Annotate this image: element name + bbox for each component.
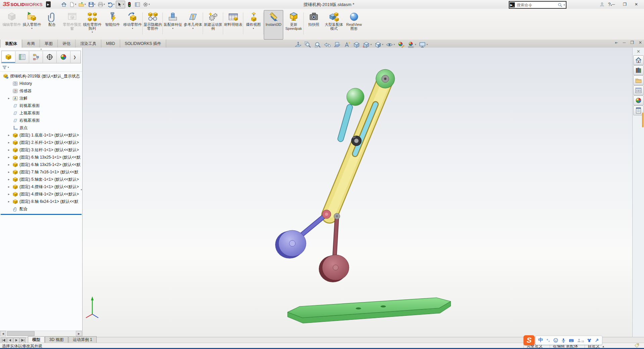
section-view-button[interactable] bbox=[334, 41, 341, 48]
tab-布局[interactable]: 布局 bbox=[22, 40, 40, 48]
minimize-button[interactable]: ─ bbox=[611, 2, 616, 7]
dropdown-arrow-icon[interactable]: ▾ bbox=[394, 43, 395, 46]
ime-microphone-icon[interactable] bbox=[561, 338, 566, 343]
panel-tab-dimxpertmanager[interactable] bbox=[43, 51, 57, 63]
speedpak-button[interactable]: 更新Speedpak bbox=[284, 10, 303, 40]
dropdown-arrow-icon[interactable]: ▾ bbox=[253, 27, 254, 30]
expand-arrow-icon[interactable]: ▸ bbox=[8, 170, 13, 174]
expand-arrow-icon[interactable]: ▸ bbox=[8, 192, 13, 196]
reference-geometry-button[interactable]: 参考几何体▾ bbox=[183, 10, 203, 40]
dropdown-arrow-icon[interactable]: ▾ bbox=[370, 43, 372, 46]
dropdown-arrow-icon[interactable]: ▾ bbox=[123, 3, 124, 6]
close-button[interactable]: ✕ bbox=[633, 2, 639, 7]
view-palette-button[interactable] bbox=[633, 85, 644, 95]
expand-arrow-icon[interactable]: ▸ bbox=[8, 133, 13, 137]
ime-settings-icon[interactable] bbox=[595, 338, 599, 343]
tree-item[interactable]: 右视基准面 bbox=[0, 117, 82, 124]
logo-flyout-button[interactable]: ▶ bbox=[46, 1, 51, 7]
panel-tab-featuremanager-tree[interactable] bbox=[2, 51, 15, 63]
tree-item[interactable]: ▸(固定) 4.摆锤-1<2> (默认<<默认> bbox=[0, 190, 82, 198]
expand-arrow-icon[interactable]: ▸ bbox=[8, 156, 13, 159]
panel-tab-configurationmanager[interactable] bbox=[29, 51, 43, 63]
doc-tab-3D 视图[interactable]: 3D 视图 bbox=[45, 336, 68, 343]
tab-SOLIDWORKS 插件[interactable]: SOLIDWORKS 插件 bbox=[120, 40, 166, 48]
dropdown-arrow-icon[interactable]: ▾ bbox=[427, 43, 428, 46]
model-part-slider-link[interactable] bbox=[341, 107, 350, 139]
zoom-area-button[interactable] bbox=[304, 41, 311, 48]
home-button[interactable] bbox=[60, 1, 68, 8]
ime-logo[interactable]: S bbox=[524, 335, 535, 345]
search-commands-box[interactable]: ▶_ ▾ bbox=[509, 1, 566, 9]
expand-arrow-icon[interactable]: ▸ bbox=[8, 97, 13, 100]
previous-view-button[interactable] bbox=[324, 41, 331, 48]
tree-item[interactable]: ▸(固定) 5.轴套-1<1> (默认<<默认> bbox=[0, 176, 82, 183]
insert-component-button[interactable]: 插入零部件▾ bbox=[22, 10, 42, 40]
view-orientation-button[interactable]: ▾ bbox=[363, 41, 372, 48]
expand-arrow-icon[interactable]: ▸ bbox=[8, 178, 13, 181]
display-style-button[interactable]: ▾ bbox=[375, 41, 384, 48]
panel-tab-displaymanager[interactable] bbox=[57, 51, 70, 63]
zoom-fit-button[interactable] bbox=[295, 41, 302, 48]
panel-horizontal-scrollbar[interactable]: ◀ ▶ bbox=[0, 331, 82, 336]
tree-item[interactable]: ▸(固定) 6.轴 13x25-1<2> (默认<<默 bbox=[0, 161, 82, 168]
tree-item[interactable]: 传感器 bbox=[0, 87, 82, 95]
assembly-model[interactable] bbox=[82, 48, 644, 337]
model-part-top-hub[interactable] bbox=[376, 69, 395, 88]
undo-button[interactable]: ▾ bbox=[106, 1, 116, 8]
doc-tab-运动算例 1[interactable]: 运动算例 1 bbox=[68, 336, 97, 343]
annotation-view-button[interactable] bbox=[343, 41, 350, 48]
move-component-button[interactable]: 移动零部件▾ bbox=[123, 10, 142, 40]
file-explorer-button[interactable] bbox=[633, 75, 644, 85]
expand-arrow-icon[interactable]: ▸ bbox=[8, 200, 13, 203]
dropdown-arrow-icon[interactable]: ▾ bbox=[149, 3, 150, 6]
tree-item[interactable]: ▸(固定) 8.轴 6x24-1<1> (默认<<默 bbox=[0, 198, 82, 205]
document-list-button[interactable] bbox=[134, 1, 141, 8]
tab-装配体[interactable]: 装配体 bbox=[0, 40, 22, 48]
tree-item[interactable]: 原点 bbox=[0, 124, 82, 131]
graphics-viewport[interactable] bbox=[0, 48, 644, 337]
tab-MBD[interactable]: MBD bbox=[101, 40, 120, 48]
rollback-bar[interactable] bbox=[1, 214, 82, 215]
panel-splitter-handle[interactable]: ● bbox=[0, 48, 82, 51]
traffic-light-button[interactable] bbox=[126, 1, 133, 8]
tree-item[interactable]: History bbox=[0, 80, 82, 87]
view-settings-button[interactable]: ▾ bbox=[419, 41, 428, 48]
dropdown-arrow-icon[interactable]: ▾ bbox=[172, 27, 174, 30]
open-document-button[interactable]: ▾ bbox=[78, 1, 87, 8]
filter-icon[interactable] bbox=[2, 65, 7, 70]
doc-tab-模型[interactable]: 模型 bbox=[28, 336, 45, 343]
tree-filter-row[interactable]: ▾ bbox=[0, 63, 82, 72]
new-document-button[interactable]: ▾ bbox=[68, 1, 78, 8]
search-input[interactable] bbox=[516, 3, 557, 7]
exploded-view-button[interactable]: 爆炸视图▾ bbox=[244, 10, 263, 40]
tree-item[interactable]: ▸(固定) 6.轴 13x25-1<1> (默认<<默 bbox=[0, 154, 82, 161]
home-button[interactable] bbox=[633, 55, 644, 65]
dropdown-arrow-icon[interactable]: ▾ bbox=[415, 43, 416, 46]
instant3d-button[interactable]: Instant3D bbox=[264, 10, 283, 40]
magnifier-button[interactable] bbox=[314, 41, 321, 48]
ime-keyboard-icon[interactable] bbox=[569, 338, 574, 343]
tree-item[interactable]: ▸(固定) 1.底座-1<1> (默认<<默认> bbox=[0, 131, 82, 139]
ime-punctuation-icon[interactable] bbox=[546, 338, 550, 343]
dropdown-arrow-icon[interactable]: ▾ bbox=[85, 3, 86, 6]
last-tab-icon[interactable] bbox=[20, 338, 26, 343]
ime-emoji-icon[interactable] bbox=[553, 338, 558, 343]
doc-close-button[interactable]: ✕ bbox=[639, 40, 642, 45]
next-tab-icon[interactable] bbox=[13, 338, 19, 343]
motion-study-button[interactable]: 新建运动算例 bbox=[203, 10, 223, 40]
tree-item[interactable]: ▸(固定) 4.摆锤-1<1> (默认<<默认> bbox=[0, 183, 82, 190]
dropdown-arrow-icon[interactable]: ▾ bbox=[75, 3, 77, 6]
expand-arrow-icon[interactable]: ▸ bbox=[8, 163, 13, 166]
task-pane-close-icon[interactable]: ✕ bbox=[633, 48, 644, 55]
dropdown-arrow-icon[interactable]: ▾ bbox=[104, 3, 105, 6]
expand-arrow-icon[interactable]: ▸ bbox=[8, 185, 13, 188]
tree-item[interactable]: ▸注解 bbox=[0, 95, 82, 102]
select-cursor-button[interactable]: ▾ bbox=[116, 1, 125, 8]
expand-arrow-icon[interactable]: ▸ bbox=[8, 148, 13, 152]
scroll-right-icon[interactable]: ▶ bbox=[76, 331, 82, 336]
large-assembly-button[interactable]: 大型装配体模式 bbox=[324, 10, 344, 40]
search-scope-icon[interactable]: ▶_ bbox=[510, 2, 515, 7]
dropdown-arrow-icon[interactable]: ▾ bbox=[382, 43, 384, 46]
restore-button[interactable]: ❐ bbox=[622, 2, 628, 7]
edit-appearance-button[interactable] bbox=[398, 41, 405, 48]
